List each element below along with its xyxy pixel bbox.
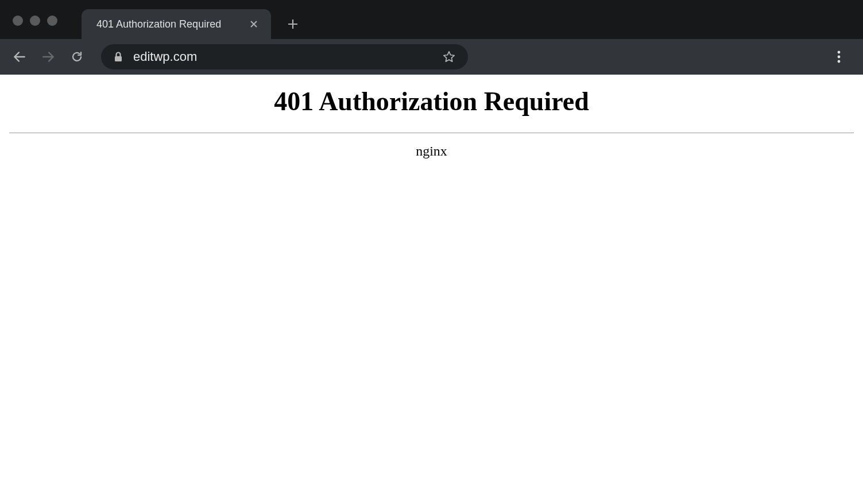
svg-point-3 [838, 60, 841, 63]
window-minimize-button[interactable] [30, 15, 40, 26]
svg-point-2 [838, 56, 841, 59]
window-maximize-button[interactable] [47, 15, 57, 26]
window-close-button[interactable] [13, 15, 23, 26]
back-button[interactable] [8, 45, 31, 68]
reload-button[interactable] [65, 45, 88, 68]
divider [9, 133, 854, 133]
lock-icon [114, 52, 123, 62]
window-controls [0, 2, 70, 39]
star-icon [443, 51, 455, 63]
svg-rect-0 [115, 56, 122, 61]
page-content: 401 Authorization Required nginx [0, 75, 863, 165]
address-bar[interactable]: editwp.com [101, 44, 468, 69]
tab-strip: 401 Authorization Required [70, 2, 863, 39]
kebab-menu-icon [837, 51, 841, 63]
close-icon [249, 20, 258, 29]
reload-icon [70, 50, 84, 64]
forward-button[interactable] [37, 45, 60, 68]
bookmark-button[interactable] [443, 51, 455, 63]
url-text: editwp.com [133, 49, 443, 64]
arrow-right-icon [41, 49, 56, 64]
browser-tab[interactable]: 401 Authorization Required [82, 9, 271, 39]
tab-title: 401 Authorization Required [96, 18, 239, 30]
error-heading: 401 Authorization Required [6, 86, 857, 117]
browser-toolbar: editwp.com [0, 39, 863, 75]
browser-menu-button[interactable] [827, 45, 850, 68]
server-name: nginx [6, 144, 857, 159]
plus-icon [287, 18, 299, 30]
new-tab-button[interactable] [281, 13, 304, 36]
arrow-left-icon [12, 49, 27, 64]
close-tab-button[interactable] [248, 18, 260, 30]
svg-point-1 [838, 51, 841, 54]
browser-titlebar: 401 Authorization Required [0, 0, 863, 39]
